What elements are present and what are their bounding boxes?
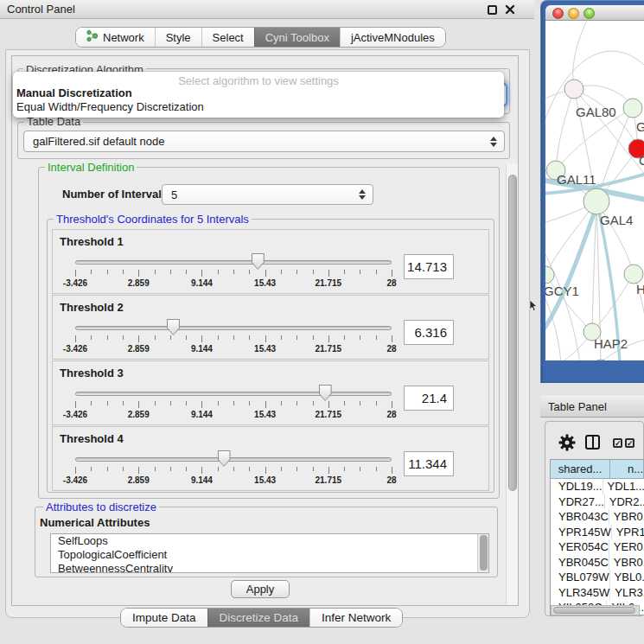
slider-tick xyxy=(313,467,314,471)
table-cell[interactable]: YDL19... xyxy=(551,479,603,494)
table-row[interactable]: YPR145WYPR1... xyxy=(551,525,644,540)
tab-cyni-toolbox[interactable]: Cyni Toolbox xyxy=(254,28,340,47)
table-column-header[interactable]: n... xyxy=(610,460,644,479)
zoom-traffic-light[interactable] xyxy=(583,8,595,19)
table-cell[interactable]: YDR2... xyxy=(605,494,644,510)
slider-tick xyxy=(186,270,187,274)
table-data-combobox[interactable]: galFiltered.sif default node xyxy=(23,131,505,152)
numerical-attributes-label: Numerical Attributes xyxy=(40,516,150,529)
table-row[interactable]: YBR043CYBR0... xyxy=(551,509,644,525)
table-cell[interactable]: YDL1... xyxy=(603,479,644,494)
table-column-header[interactable]: shared... xyxy=(551,460,610,479)
close-icon[interactable] xyxy=(505,4,515,15)
slider-handle[interactable] xyxy=(167,319,180,335)
network-node-gal4[interactable] xyxy=(583,188,609,214)
node-label: C xyxy=(639,153,644,168)
gear-icon[interactable] xyxy=(558,434,576,451)
mouse-cursor xyxy=(529,300,538,312)
slider-tick-label: 21.715 xyxy=(303,344,354,354)
table-cell[interactable]: YDR27... xyxy=(551,494,605,510)
float-window-icon[interactable] xyxy=(488,5,497,15)
slider-tick xyxy=(91,335,92,340)
tab-style[interactable]: Style xyxy=(155,28,201,47)
slider-track[interactable] xyxy=(75,392,392,396)
table-cell[interactable]: YBR043C xyxy=(551,509,609,525)
tab-network[interactable]: Network xyxy=(76,28,155,47)
slider-handle[interactable] xyxy=(252,253,265,270)
tab-infer-network[interactable]: Infer Network xyxy=(309,609,402,627)
threshold-value-field[interactable]: 6.316 xyxy=(404,320,454,345)
network-node[interactable] xyxy=(592,360,609,360)
table-cell[interactable]: YER054C xyxy=(551,539,609,555)
slider-track[interactable] xyxy=(75,457,392,462)
thresholds-group-title: Threshold's Coordinates for 5 Intervals xyxy=(54,214,252,225)
num-intervals-combobox[interactable]: 5 xyxy=(162,184,373,205)
slider-track[interactable] xyxy=(75,326,392,330)
slider-tick xyxy=(155,335,156,340)
table-cell[interactable]: YBR045C xyxy=(551,555,609,571)
threshold-value-field[interactable]: 21.4 xyxy=(404,386,454,411)
table-cell[interactable]: YBL0... xyxy=(610,570,644,585)
table-cell[interactable]: YPR145W xyxy=(551,525,612,540)
slider-tick xyxy=(233,401,234,405)
tab-jactivemnodules[interactable]: jActiveMNodules xyxy=(340,28,445,47)
checkbox-icon[interactable]: ✓ xyxy=(625,438,634,448)
table-cell[interactable]: YBR0... xyxy=(609,509,644,525)
checkbox-icon[interactable]: ✓ xyxy=(613,438,622,448)
slider-tick-label: 2.859 xyxy=(112,475,164,485)
slider-tick-label: 21.715 xyxy=(303,278,354,288)
slider-tick xyxy=(218,270,219,274)
tab-discretize-data[interactable]: Discretize Data xyxy=(207,609,310,627)
close-traffic-light[interactable] xyxy=(552,8,564,19)
table-cell[interactable]: YER0... xyxy=(609,539,644,555)
network-node-gcy1[interactable] xyxy=(545,266,554,284)
slider-handle[interactable] xyxy=(319,385,332,401)
table-cell[interactable]: YLR345W xyxy=(551,585,610,601)
network-node-h[interactable] xyxy=(624,265,643,284)
table-row[interactable]: YBR045CYBR0... xyxy=(551,555,644,571)
tab-label: Style xyxy=(166,31,191,44)
attributes-list[interactable]: SelfLoopsTopologicalCoefficientBetweenne… xyxy=(50,533,489,573)
table-cell[interactable]: YLR3... xyxy=(610,585,644,601)
network-node-ga[interactable] xyxy=(623,99,642,118)
threshold-panel-3: Threshold 3-3.4262.8599.14415.4321.71528… xyxy=(52,360,489,425)
slider-tick xyxy=(107,467,108,471)
slider-tick xyxy=(344,270,345,274)
slider-tick-label: 9.144 xyxy=(175,344,227,354)
slider-tick xyxy=(138,401,139,408)
attributes-list-scrollbar[interactable] xyxy=(477,534,488,572)
table-row[interactable]: YDR27...YDR2... xyxy=(551,494,644,510)
apply-button[interactable]: Apply xyxy=(231,580,290,598)
table-row[interactable]: YDL19...YDL1... xyxy=(551,479,644,494)
slider-handle[interactable] xyxy=(218,450,231,467)
threshold-value-field[interactable]: 14.713 xyxy=(404,254,454,279)
table-cell[interactable]: YBR0... xyxy=(609,555,644,571)
column-layout-icon[interactable] xyxy=(585,435,600,450)
network-canvas[interactable]: GAL80GACGAL11GAL4GCY1HHAP2 xyxy=(545,21,644,360)
algorithm-option[interactable]: Equal Width/Frequency Discretization xyxy=(13,100,504,114)
attribute-list-item[interactable]: TopologicalCoefficient xyxy=(51,548,488,562)
table-row[interactable]: YBL079WYBL0... xyxy=(551,570,644,585)
network-node-gal80[interactable] xyxy=(564,80,583,99)
table-row[interactable]: YLR345WYLR3... xyxy=(551,585,644,601)
network-window-titlebar[interactable] xyxy=(545,5,644,21)
slider-tick xyxy=(170,335,171,340)
minimize-traffic-light[interactable] xyxy=(568,8,579,19)
threshold-value-field[interactable]: 11.344 xyxy=(404,451,454,476)
slider-tick-label: -3.426 xyxy=(49,475,101,485)
slider-tick xyxy=(155,401,156,405)
panel-vertical-scrollbar[interactable] xyxy=(506,163,518,605)
slider-track[interactable] xyxy=(75,260,392,265)
tab-impute-data[interactable]: Impute Data xyxy=(121,609,207,627)
algorithm-option[interactable]: Manual Discretization xyxy=(13,86,504,100)
slider-tick xyxy=(296,270,297,274)
attribute-list-item[interactable]: SelfLoops xyxy=(51,534,488,548)
table-horizontal-scrollbar[interactable] xyxy=(551,605,640,615)
table-cell[interactable]: YBL079W xyxy=(551,570,610,585)
slider-tick-label: -3.426 xyxy=(49,410,101,419)
table-row[interactable]: YER054CYER0... xyxy=(551,539,644,555)
table-cell[interactable]: YPR1... xyxy=(612,525,644,540)
slider-tick xyxy=(186,401,187,405)
tab-select[interactable]: Select xyxy=(201,28,254,47)
attribute-list-item[interactable]: BetweennessCentrality xyxy=(51,562,488,573)
